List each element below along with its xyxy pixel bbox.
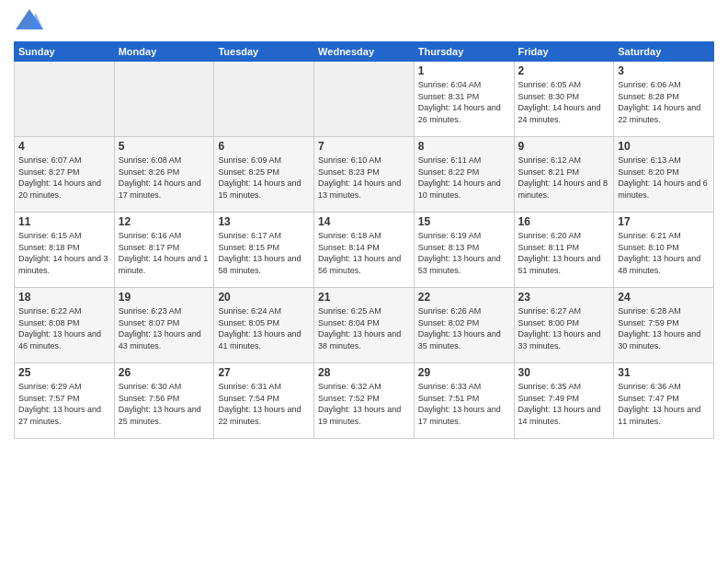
day-header-monday: Monday: [114, 42, 214, 62]
day-info: Sunrise: 6:27 AMSunset: 8:00 PMDaylight:…: [518, 305, 610, 351]
calendar-week-4: 18Sunrise: 6:22 AMSunset: 8:08 PMDayligh…: [15, 288, 714, 363]
calendar-cell: 22Sunrise: 6:26 AMSunset: 8:02 PMDayligh…: [414, 288, 514, 363]
day-header-sunday: Sunday: [15, 42, 115, 62]
day-number: 1: [418, 64, 510, 77]
calendar-cell: 24Sunrise: 6:28 AMSunset: 7:59 PMDayligh…: [614, 288, 714, 363]
day-info: Sunrise: 6:22 AMSunset: 8:08 PMDaylight:…: [18, 305, 110, 351]
calendar-header-row: SundayMondayTuesdayWednesdayThursdayFrid…: [15, 42, 714, 62]
calendar-cell: 7Sunrise: 6:10 AMSunset: 8:23 PMDaylight…: [314, 137, 415, 213]
day-info: Sunrise: 6:20 AMSunset: 8:11 PMDaylight:…: [518, 230, 610, 276]
calendar-week-2: 4Sunrise: 6:07 AMSunset: 8:27 PMDaylight…: [15, 137, 714, 213]
day-number: 4: [18, 140, 110, 153]
day-info: Sunrise: 6:10 AMSunset: 8:23 PMDaylight:…: [318, 155, 410, 201]
calendar-cell: 18Sunrise: 6:22 AMSunset: 8:08 PMDayligh…: [15, 288, 115, 363]
calendar-cell: 5Sunrise: 6:08 AMSunset: 8:26 PMDaylight…: [114, 137, 214, 213]
day-info: Sunrise: 6:32 AMSunset: 7:52 PMDaylight:…: [318, 381, 410, 427]
calendar-cell: 1Sunrise: 6:04 AMSunset: 8:31 PMDaylight…: [414, 62, 514, 137]
calendar-cell: 19Sunrise: 6:23 AMSunset: 8:07 PMDayligh…: [114, 288, 214, 363]
calendar-cell: 2Sunrise: 6:05 AMSunset: 8:30 PMDaylight…: [514, 62, 614, 137]
day-info: Sunrise: 6:07 AMSunset: 8:27 PMDaylight:…: [18, 155, 110, 201]
day-number: 7: [318, 140, 410, 153]
calendar-cell: 12Sunrise: 6:16 AMSunset: 8:17 PMDayligh…: [114, 213, 214, 288]
day-number: 3: [618, 64, 710, 77]
calendar-cell: [15, 62, 115, 137]
day-number: 2: [518, 64, 610, 77]
day-number: 15: [418, 215, 510, 228]
calendar-cell: 31Sunrise: 6:36 AMSunset: 7:47 PMDayligh…: [614, 363, 714, 439]
day-number: 23: [518, 291, 610, 304]
calendar-cell: 11Sunrise: 6:15 AMSunset: 8:18 PMDayligh…: [15, 213, 115, 288]
day-info: Sunrise: 6:05 AMSunset: 8:30 PMDaylight:…: [518, 79, 610, 125]
day-number: 26: [119, 366, 210, 379]
day-info: Sunrise: 6:35 AMSunset: 7:49 PMDaylight:…: [518, 381, 610, 427]
day-number: 16: [518, 215, 610, 228]
day-info: Sunrise: 6:13 AMSunset: 8:20 PMDaylight:…: [618, 155, 710, 201]
calendar-cell: [214, 62, 314, 137]
day-number: 8: [418, 140, 510, 153]
day-info: Sunrise: 6:25 AMSunset: 8:04 PMDaylight:…: [318, 305, 410, 351]
day-number: 9: [518, 140, 610, 153]
calendar-cell: 30Sunrise: 6:35 AMSunset: 7:49 PMDayligh…: [514, 363, 614, 439]
day-info: Sunrise: 6:23 AMSunset: 8:07 PMDaylight:…: [119, 305, 210, 351]
calendar-cell: 29Sunrise: 6:33 AMSunset: 7:51 PMDayligh…: [414, 363, 514, 439]
day-info: Sunrise: 6:24 AMSunset: 8:05 PMDaylight:…: [218, 305, 310, 351]
day-info: Sunrise: 6:21 AMSunset: 8:10 PMDaylight:…: [618, 230, 710, 276]
day-header-saturday: Saturday: [614, 42, 714, 62]
day-info: Sunrise: 6:33 AMSunset: 7:51 PMDaylight:…: [418, 381, 510, 427]
day-info: Sunrise: 6:17 AMSunset: 8:15 PMDaylight:…: [218, 230, 310, 276]
calendar-cell: 16Sunrise: 6:20 AMSunset: 8:11 PMDayligh…: [514, 213, 614, 288]
day-info: Sunrise: 6:19 AMSunset: 8:13 PMDaylight:…: [418, 230, 510, 276]
calendar-cell: [114, 62, 214, 137]
day-header-tuesday: Tuesday: [214, 42, 314, 62]
logo: [14, 9, 43, 34]
day-number: 11: [18, 215, 110, 228]
day-number: 29: [418, 366, 510, 379]
calendar-cell: 17Sunrise: 6:21 AMSunset: 8:10 PMDayligh…: [614, 213, 714, 288]
day-info: Sunrise: 6:04 AMSunset: 8:31 PMDaylight:…: [418, 79, 510, 125]
day-number: 18: [18, 291, 110, 304]
header: [14, 9, 714, 34]
day-info: Sunrise: 6:29 AMSunset: 7:57 PMDaylight:…: [18, 381, 110, 427]
day-number: 25: [18, 366, 110, 379]
day-number: 27: [218, 366, 310, 379]
calendar-table: SundayMondayTuesdayWednesdayThursdayFrid…: [14, 41, 714, 439]
day-info: Sunrise: 6:36 AMSunset: 7:47 PMDaylight:…: [618, 381, 710, 427]
day-header-thursday: Thursday: [414, 42, 514, 62]
day-number: 10: [618, 140, 710, 153]
calendar-cell: 3Sunrise: 6:06 AMSunset: 8:28 PMDaylight…: [614, 62, 714, 137]
day-number: 13: [218, 215, 310, 228]
day-info: Sunrise: 6:16 AMSunset: 8:17 PMDaylight:…: [119, 230, 210, 276]
day-info: Sunrise: 6:15 AMSunset: 8:18 PMDaylight:…: [18, 230, 110, 276]
day-number: 5: [119, 140, 210, 153]
day-number: 24: [618, 291, 710, 304]
day-header-friday: Friday: [514, 42, 614, 62]
calendar-cell: 27Sunrise: 6:31 AMSunset: 7:54 PMDayligh…: [214, 363, 314, 439]
calendar-cell: 21Sunrise: 6:25 AMSunset: 8:04 PMDayligh…: [314, 288, 415, 363]
calendar-cell: 20Sunrise: 6:24 AMSunset: 8:05 PMDayligh…: [214, 288, 314, 363]
day-number: 12: [119, 215, 210, 228]
day-number: 28: [318, 366, 410, 379]
calendar-cell: 4Sunrise: 6:07 AMSunset: 8:27 PMDaylight…: [15, 137, 115, 213]
calendar-week-3: 11Sunrise: 6:15 AMSunset: 8:18 PMDayligh…: [15, 213, 714, 288]
calendar-cell: 8Sunrise: 6:11 AMSunset: 8:22 PMDaylight…: [414, 137, 514, 213]
day-number: 14: [318, 215, 410, 228]
calendar-cell: 28Sunrise: 6:32 AMSunset: 7:52 PMDayligh…: [314, 363, 415, 439]
calendar-cell: 14Sunrise: 6:18 AMSunset: 8:14 PMDayligh…: [314, 213, 415, 288]
day-number: 17: [618, 215, 710, 228]
day-number: 31: [618, 366, 710, 379]
day-number: 21: [318, 291, 410, 304]
day-info: Sunrise: 6:08 AMSunset: 8:26 PMDaylight:…: [119, 155, 210, 201]
calendar-cell: 13Sunrise: 6:17 AMSunset: 8:15 PMDayligh…: [214, 213, 314, 288]
day-info: Sunrise: 6:31 AMSunset: 7:54 PMDaylight:…: [218, 381, 310, 427]
day-info: Sunrise: 6:06 AMSunset: 8:28 PMDaylight:…: [618, 79, 710, 125]
day-info: Sunrise: 6:28 AMSunset: 7:59 PMDaylight:…: [618, 305, 710, 351]
calendar-cell: 15Sunrise: 6:19 AMSunset: 8:13 PMDayligh…: [414, 213, 514, 288]
calendar-cell: 6Sunrise: 6:09 AMSunset: 8:25 PMDaylight…: [214, 137, 314, 213]
day-info: Sunrise: 6:18 AMSunset: 8:14 PMDaylight:…: [318, 230, 410, 276]
page-container: SundayMondayTuesdayWednesdayThursdayFrid…: [0, 0, 728, 448]
day-info: Sunrise: 6:09 AMSunset: 8:25 PMDaylight:…: [218, 155, 310, 201]
day-number: 20: [218, 291, 310, 304]
day-number: 6: [218, 140, 310, 153]
day-info: Sunrise: 6:30 AMSunset: 7:56 PMDaylight:…: [119, 381, 210, 427]
calendar-cell: 25Sunrise: 6:29 AMSunset: 7:57 PMDayligh…: [15, 363, 115, 439]
